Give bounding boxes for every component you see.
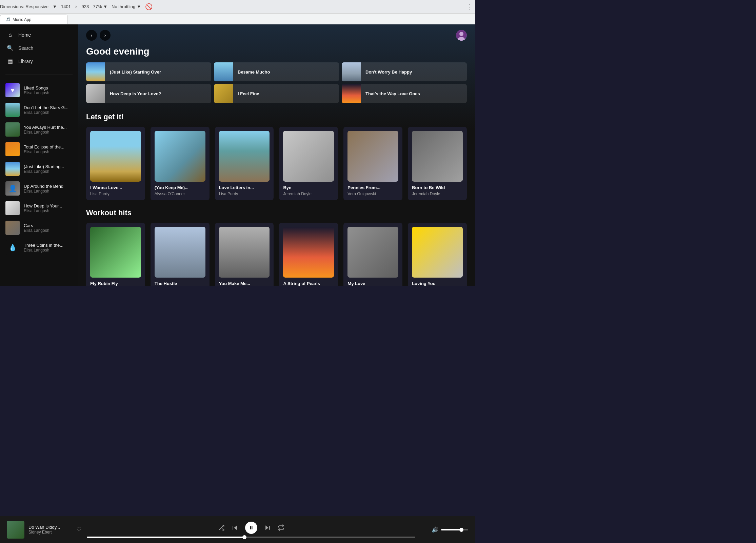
lib2-thumb xyxy=(5,122,20,137)
lib4-title: (Just Like) Starting... xyxy=(24,164,73,169)
card4-thumb xyxy=(283,131,334,182)
greeting-section: Good evening (Just Like) Starting Over B… xyxy=(78,46,475,113)
more-options-icon[interactable]: ⋮ xyxy=(466,3,472,11)
quick-pick-2[interactable]: Besame Mucho xyxy=(214,62,339,81)
quick-pick-5[interactable]: I Feel Fine xyxy=(214,84,339,103)
wcard6-thumb xyxy=(412,227,463,278)
wcard1-thumb xyxy=(90,227,141,278)
lets-get-it-grid: I Wanna Love... Lisa Purdy (You Keep Me)… xyxy=(86,127,467,200)
sidebar-item-library[interactable]: ▦ Library xyxy=(0,55,78,68)
workout-hits-title: Workout hits xyxy=(86,208,467,217)
browser-tab[interactable]: 🎵 Music App xyxy=(0,15,68,24)
card6-artist: Jeremiah Doyle xyxy=(412,192,463,196)
card4-artist: Jeremiah Doyle xyxy=(283,192,334,196)
workout-hits-grid: Fly Robin Fly Lisa Purdy The Hustle Alys… xyxy=(86,223,467,286)
wcard3-thumb xyxy=(219,227,270,278)
dimensions-dropdown[interactable]: ▼ xyxy=(53,4,57,9)
quick-pick-6[interactable]: That's the Way Love Goes xyxy=(342,84,467,103)
sidebar: ⌂ Home 🔍 Search ▦ Library ♥ xyxy=(0,24,78,286)
sidebar-item-search[interactable]: 🔍 Search xyxy=(0,41,78,55)
workout-card-6[interactable]: Loving You Jeremiah Doyle xyxy=(408,223,467,286)
quick-picks-grid: (Just Like) Starting Over Besame Mucho D… xyxy=(86,62,467,103)
lib1-artist: Elisa Langosh xyxy=(24,110,73,115)
qp3-thumb xyxy=(342,62,361,81)
library-item-8[interactable]: 💧 Three Coins in the... Elisa Langosh xyxy=(0,238,78,257)
lib1-thumb xyxy=(5,103,20,117)
library-item-7[interactable]: Cars Elisa Langosh xyxy=(0,218,78,238)
card-2[interactable]: (You Keep Me)... Alyssa O'Conner xyxy=(151,127,210,200)
qp2-label: Besame Mucho xyxy=(233,69,339,75)
workout-card-4[interactable]: A String of Pearls Jeremiah Doyle xyxy=(279,223,338,286)
throttle-dropdown[interactable]: No throttling ▼ xyxy=(112,4,141,9)
lib6-thumb xyxy=(5,201,20,215)
library-item-3[interactable]: Total Eclipse of the... Elisa Langosh xyxy=(0,139,78,159)
card-4[interactable]: Bye Jeremiah Doyle xyxy=(279,127,338,200)
lib8-info: Three Coins in the... Elisa Langosh xyxy=(24,243,73,253)
library-icon: ▦ xyxy=(7,58,14,64)
card-6[interactable]: Born to Be Wild Jeremiah Doyle xyxy=(408,127,467,200)
workout-card-2[interactable]: The Hustle Alyssa O'Conner xyxy=(151,223,210,286)
library-item-2[interactable]: You Always Hurt the... Elisa Langosh xyxy=(0,120,78,139)
card-5[interactable]: Pennies From... Vera Gulgowski xyxy=(343,127,402,200)
card-3[interactable]: Love Letters in... Lisa Purdy xyxy=(215,127,274,200)
nav-forward-button[interactable]: › xyxy=(100,30,111,41)
wcard4-title: A String of Pearls xyxy=(283,281,334,286)
wcard2-thumb xyxy=(155,227,205,278)
quick-pick-4[interactable]: How Deep is Your Love? xyxy=(86,84,211,103)
card-1[interactable]: I Wanna Love... Lisa Purdy xyxy=(86,127,145,200)
qp3-label: Don't Worry Be Happy xyxy=(361,69,467,75)
lib1-title: Don't Let the Stars G... xyxy=(24,105,73,110)
lib6-info: How Deep is Your... Elisa Langosh xyxy=(24,203,73,213)
card2-thumb xyxy=(155,131,205,182)
qp4-label: How Deep is Your Love? xyxy=(105,91,211,96)
library-item-liked[interactable]: ♥ Liked Songs Elisa Langosh xyxy=(0,80,78,100)
card6-title: Born to Be Wild xyxy=(412,185,463,190)
lib8-title: Three Coins in the... xyxy=(24,243,73,248)
library-item-6[interactable]: How Deep is Your... Elisa Langosh xyxy=(0,198,78,218)
svg-point-1 xyxy=(459,32,463,36)
qp2-thumb xyxy=(214,62,233,81)
library-item-5[interactable]: 👤 Up Around the Bend Elisa Langosh xyxy=(0,179,78,198)
workout-card-3[interactable]: You Make Me... Lisa Purdy xyxy=(215,223,274,286)
workout-card-5[interactable]: My Love Vera Gulgowski xyxy=(343,223,402,286)
lets-get-it-section: Lets get it! I Wanna Love... Lisa Purdy … xyxy=(78,113,475,208)
library-item-1[interactable]: Don't Let the Stars G... Elisa Langosh xyxy=(0,100,78,120)
card1-thumb xyxy=(90,131,141,182)
card1-artist: Lisa Purdy xyxy=(90,192,141,196)
lib3-artist: Elisa Langosh xyxy=(24,149,73,154)
sidebar-library-label: Library xyxy=(18,59,33,64)
qp4-thumb xyxy=(86,84,105,103)
card2-artist: Alyssa O'Conner xyxy=(155,192,205,196)
qp1-thumb xyxy=(86,62,105,81)
quick-pick-1[interactable]: (Just Like) Starting Over xyxy=(86,62,211,81)
lib7-artist: Elisa Langosh xyxy=(24,228,73,233)
card3-thumb xyxy=(219,131,270,182)
user-avatar[interactable] xyxy=(456,30,467,41)
lib4-artist: Elisa Langosh xyxy=(24,169,73,174)
workout-card-1[interactable]: Fly Robin Fly Lisa Purdy xyxy=(86,223,145,286)
qp5-label: I Feel Fine xyxy=(233,91,339,96)
lib7-thumb xyxy=(5,221,20,235)
liked-songs-thumb: ♥ xyxy=(5,83,20,97)
card5-title: Pennies From... xyxy=(347,185,398,190)
card5-thumb xyxy=(347,131,398,182)
card3-artist: Lisa Purdy xyxy=(219,192,270,196)
library-item-4[interactable]: (Just Like) Starting... Elisa Langosh xyxy=(0,159,78,179)
nav-back-button[interactable]: ‹ xyxy=(86,30,97,41)
main-content: ‹ › Good evening (Just Like) Starting Ov… xyxy=(78,24,475,286)
home-icon: ⌂ xyxy=(7,32,14,38)
search-icon: 🔍 xyxy=(7,45,14,51)
lib2-artist: Elisa Langosh xyxy=(24,130,73,135)
sidebar-item-home[interactable]: ⌂ Home xyxy=(0,28,78,41)
zoom-dropdown[interactable]: 77% ▼ xyxy=(93,4,107,9)
tab-bar: 🎵 Music App xyxy=(0,14,475,24)
lib3-info: Total Eclipse of the... Elisa Langosh xyxy=(24,144,73,154)
quick-pick-3[interactable]: Don't Worry Be Happy xyxy=(342,62,467,81)
liked-songs-artist: Elisa Langosh xyxy=(24,90,73,95)
lib8-artist: Elisa Langosh xyxy=(24,248,73,253)
content-header: ‹ › xyxy=(78,24,475,46)
lib4-info: (Just Like) Starting... Elisa Langosh xyxy=(24,164,73,174)
lib3-thumb xyxy=(5,142,20,156)
sidebar-home-label: Home xyxy=(18,32,31,38)
library-list: ♥ Liked Songs Elisa Langosh Don't Let th… xyxy=(0,78,78,286)
